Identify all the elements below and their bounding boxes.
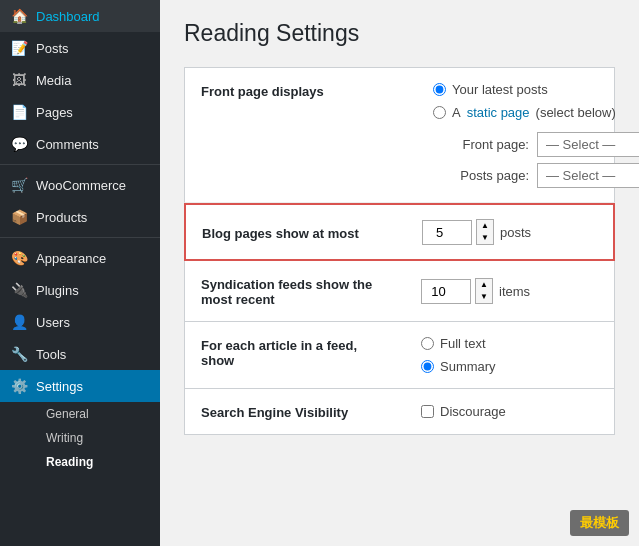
syndication-number-wrap: ▲ ▼: [421, 278, 493, 304]
radio-static-page-prefix: A: [452, 105, 461, 120]
search-engine-checkbox[interactable]: [421, 405, 434, 418]
spinner-up-btn[interactable]: ▲: [477, 220, 493, 232]
sidebar-item-label: Plugins: [36, 283, 79, 298]
sidebar-item-label: Settings: [36, 379, 83, 394]
media-icon: 🖼: [10, 72, 28, 88]
syndication-content: ▲ ▼ items: [421, 278, 598, 304]
sidebar: 🏠 Dashboard 📝 Posts 🖼 Media 📄 Pages 💬 Co…: [0, 0, 160, 546]
search-engine-checkbox-label[interactable]: Discourage: [421, 404, 506, 419]
sidebar-item-label: Pages: [36, 105, 73, 120]
sidebar-item-settings[interactable]: ⚙️ Settings: [0, 370, 160, 402]
sidebar-item-posts[interactable]: 📝 Posts: [0, 32, 160, 64]
article-feed-label: For each article in a feed, show: [201, 336, 421, 368]
products-icon: 📦: [10, 209, 28, 225]
settings-icon: ⚙️: [10, 378, 28, 394]
pages-icon: 📄: [10, 104, 28, 120]
radio-latest-posts-input[interactable]: [433, 83, 446, 96]
front-page-select-row: Front page: — Select —: [449, 132, 639, 157]
sidebar-item-label: Tools: [36, 347, 66, 362]
blog-pages-label: Blog pages show at most: [202, 224, 422, 241]
sidebar-item-plugins[interactable]: 🔌 Plugins: [0, 274, 160, 306]
search-engine-checkbox-text: Discourage: [440, 404, 506, 419]
sidebar-item-comments[interactable]: 💬 Comments: [0, 128, 160, 160]
syndication-label: Syndication feeds show the most recent: [201, 275, 421, 307]
radio-static-page[interactable]: A static page (select below): [433, 105, 639, 120]
sidebar-item-label: Dashboard: [36, 9, 100, 24]
users-icon: 👤: [10, 314, 28, 330]
plugins-icon: 🔌: [10, 282, 28, 298]
radio-summary-label: Summary: [440, 359, 496, 374]
watermark: 最模板: [570, 510, 629, 536]
front-page-select[interactable]: — Select —: [537, 132, 639, 157]
select-below-text: (select below): [536, 105, 616, 120]
blog-pages-content: 5 ▲ ▼ posts: [422, 219, 597, 245]
posts-page-select-row: Posts page: — Select —: [449, 163, 639, 188]
sidebar-item-label: Appearance: [36, 251, 106, 266]
sidebar-item-users[interactable]: 👤 Users: [0, 306, 160, 338]
sidebar-item-label: Products: [36, 210, 87, 225]
syndication-row: Syndication feeds show the most recent ▲…: [184, 261, 615, 322]
article-feed-row: For each article in a feed, show Full te…: [184, 322, 615, 389]
radio-summary[interactable]: Summary: [421, 359, 496, 374]
radio-full-text-label: Full text: [440, 336, 486, 351]
syndication-spinner-up[interactable]: ▲: [476, 279, 492, 291]
sidebar-item-media[interactable]: 🖼 Media: [0, 64, 160, 96]
radio-latest-posts-label: Your latest posts: [452, 82, 548, 97]
sidebar-item-appearance[interactable]: 🎨 Appearance: [0, 242, 160, 274]
sidebar-item-label: Users: [36, 315, 70, 330]
submenu-item-writing[interactable]: Writing: [10, 426, 160, 450]
sidebar-item-label: Comments: [36, 137, 99, 152]
radio-full-text-input[interactable]: [421, 337, 434, 350]
sidebar-item-woocommerce[interactable]: 🛒 WooCommerce: [0, 169, 160, 201]
submenu-item-reading[interactable]: Reading: [10, 450, 160, 474]
sidebar-item-label: Posts: [36, 41, 69, 56]
appearance-icon: 🎨: [10, 250, 28, 266]
blog-pages-input[interactable]: 5: [422, 220, 472, 245]
page-title: Reading Settings: [184, 20, 615, 47]
radio-latest-posts[interactable]: Your latest posts: [433, 82, 639, 97]
posts-icon: 📝: [10, 40, 28, 56]
front-selects: Front page: — Select — Posts page: — Sel…: [433, 132, 639, 188]
blog-pages-spinner: ▲ ▼: [476, 219, 494, 245]
spinner-down-btn[interactable]: ▼: [477, 232, 493, 244]
blog-pages-unit: posts: [500, 225, 531, 240]
syndication-unit: items: [499, 284, 530, 299]
posts-page-select[interactable]: — Select —: [537, 163, 639, 188]
settings-submenu: General Writing Reading: [0, 402, 160, 474]
sidebar-item-products[interactable]: 📦 Products: [0, 201, 160, 233]
blog-pages-number-wrap: 5 ▲ ▼: [422, 219, 494, 245]
submenu-item-general[interactable]: General: [10, 402, 160, 426]
static-page-link[interactable]: static page: [467, 105, 530, 120]
syndication-input[interactable]: [421, 279, 471, 304]
comments-icon: 💬: [10, 136, 28, 152]
syndication-spinner: ▲ ▼: [475, 278, 493, 304]
syndication-spinner-down[interactable]: ▼: [476, 291, 492, 303]
front-page-section: Front page displays Your latest posts A …: [184, 67, 615, 203]
sidebar-item-label: WooCommerce: [36, 178, 126, 193]
radio-static-page-input[interactable]: [433, 106, 446, 119]
main-content: Reading Settings Front page displays You…: [160, 0, 639, 546]
woocommerce-icon: 🛒: [10, 177, 28, 193]
search-engine-row: Search Engine Visibility Discourage: [184, 389, 615, 435]
article-feed-content: Full text Summary: [421, 336, 598, 374]
dashboard-icon: 🏠: [10, 8, 28, 24]
front-page-label: Front page displays: [201, 82, 421, 99]
blog-pages-row: Blog pages show at most 5 ▲ ▼ posts: [184, 203, 615, 261]
search-engine-content: Discourage: [421, 404, 598, 419]
front-page-select-label: Front page:: [449, 137, 529, 152]
posts-page-select-label: Posts page:: [449, 168, 529, 183]
sidebar-item-dashboard[interactable]: 🏠 Dashboard: [0, 0, 160, 32]
sidebar-item-pages[interactable]: 📄 Pages: [0, 96, 160, 128]
search-engine-label: Search Engine Visibility: [201, 403, 421, 420]
tools-icon: 🔧: [10, 346, 28, 362]
sidebar-item-label: Media: [36, 73, 71, 88]
sidebar-item-tools[interactable]: 🔧 Tools: [0, 338, 160, 370]
radio-full-text[interactable]: Full text: [421, 336, 486, 351]
radio-summary-input[interactable]: [421, 360, 434, 373]
